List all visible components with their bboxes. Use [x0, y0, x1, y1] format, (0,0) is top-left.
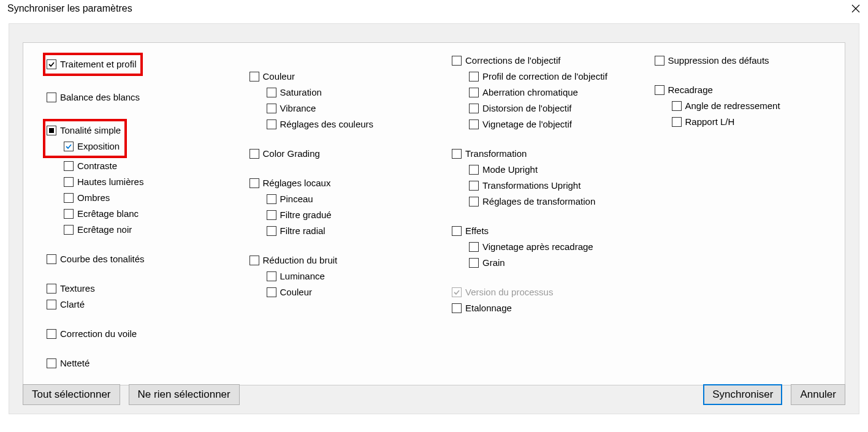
row-saturation: Saturation: [267, 85, 434, 100]
row-nettete: Netteté: [47, 355, 231, 371]
label-textures: Textures: [60, 281, 95, 297]
row-reglages-couleurs: Réglages des couleurs: [267, 116, 434, 132]
checkbox-vibrance[interactable]: [267, 104, 276, 113]
label-voile: Correction du voile: [60, 326, 137, 342]
row-grain: Grain: [469, 255, 636, 271]
row-reglages-transformation: Réglages de transformation: [469, 194, 636, 210]
label-nettete: Netteté: [60, 355, 89, 371]
row-filtre-gradue: Filtre gradué: [267, 207, 434, 223]
label-transformation: Transformation: [465, 146, 527, 162]
checkbox-couleur[interactable]: [249, 72, 259, 81]
checkbox-transformations-upright[interactable]: [469, 181, 479, 191]
label-color-grading: Color Grading: [263, 146, 320, 162]
checkbox-version-processus: [452, 287, 462, 297]
checkbox-recadrage[interactable]: [655, 85, 664, 95]
synchronize-button[interactable]: Synchroniser: [703, 384, 782, 405]
row-vignetage-obj: Vignetage de l'objectif: [469, 116, 636, 132]
row-vignetage-recadrage: Vignetage après recadrage: [469, 239, 636, 255]
checkbox-mode-upright[interactable]: [469, 165, 479, 175]
select-none-button[interactable]: Ne rien sélectionner: [129, 384, 240, 405]
label-filtre-gradue: Filtre gradué: [280, 207, 332, 223]
checkbox-corrections-objectif[interactable]: [452, 56, 462, 66]
checkbox-saturation[interactable]: [267, 88, 276, 97]
row-transformation: Transformation: [452, 146, 636, 162]
row-clarte: Clarté: [47, 297, 231, 313]
checkbox-reduction-bruit[interactable]: [249, 256, 259, 265]
checkbox-couleur2[interactable]: [267, 287, 276, 297]
label-ombres: Ombres: [77, 190, 110, 206]
row-version-processus: Version du processus: [452, 284, 636, 300]
row-courbe: Courbe des tonalités: [47, 251, 231, 267]
label-etalonnage: Etalonnage: [465, 300, 512, 316]
label-courbe: Courbe des tonalités: [60, 251, 145, 267]
label-hautes: Hautes lumières: [77, 174, 143, 190]
checkbox-ecretage-blanc[interactable]: [64, 209, 74, 219]
label-ecretage-blanc: Ecrêtage blanc: [77, 206, 139, 222]
label-traitement: Traitement et profil: [60, 56, 137, 72]
row-ecretage-noir: Ecrêtage noir: [64, 222, 231, 238]
button-bar: Tout sélectionner Ne rien sélectionner S…: [23, 384, 845, 405]
checkbox-vignetage-recadrage[interactable]: [469, 242, 479, 252]
checkbox-tonalite[interactable]: [47, 126, 56, 135]
checkbox-vignetage-obj[interactable]: [469, 119, 479, 129]
checkbox-grain[interactable]: [469, 258, 479, 268]
checkbox-nettete[interactable]: [47, 358, 56, 368]
highlight-tonalite: Tonalité simple Exposition: [43, 119, 127, 158]
column-1: Traitement et profil Balance des blancs …: [23, 53, 237, 385]
checkbox-suppression-defauts[interactable]: [655, 56, 664, 66]
label-clarte: Clarté: [60, 297, 85, 313]
checkbox-transformation[interactable]: [452, 149, 462, 159]
label-grain: Grain: [482, 255, 505, 271]
label-version-processus: Version du processus: [465, 284, 553, 300]
close-icon[interactable]: [850, 2, 862, 15]
row-corrections-objectif: Corrections de l'objectif: [452, 53, 636, 69]
row-transformations-upright: Transformations Upright: [469, 178, 636, 194]
checkbox-hautes[interactable]: [64, 177, 74, 187]
label-ecretage-noir: Ecrêtage noir: [77, 222, 132, 238]
row-profil-correction: Profil de correction de l'objectif: [469, 69, 636, 85]
label-contraste: Contraste: [77, 158, 117, 174]
checkbox-effets[interactable]: [452, 226, 462, 236]
title-bar: Synchroniser les paramètres: [0, 0, 868, 17]
select-all-button[interactable]: Tout sélectionner: [23, 384, 120, 405]
right-buttons: Synchroniser Annuler: [703, 384, 845, 405]
cancel-button[interactable]: Annuler: [791, 384, 845, 405]
checkbox-ombres[interactable]: [64, 193, 74, 203]
checkbox-profil-correction[interactable]: [469, 72, 479, 81]
label-reglages-transformation: Réglages de transformation: [482, 194, 595, 210]
checkbox-filtre-gradue[interactable]: [267, 210, 276, 220]
checkbox-reglages-couleurs[interactable]: [267, 119, 276, 129]
checkbox-voile[interactable]: [47, 329, 56, 339]
row-couleur2: Couleur: [267, 284, 434, 300]
checkbox-angle[interactable]: [672, 101, 682, 111]
checkbox-textures[interactable]: [47, 284, 56, 294]
main-panel: Traitement et profil Balance des blancs …: [9, 23, 859, 414]
label-tonalite: Tonalité simple: [60, 123, 121, 138]
checkbox-aberration[interactable]: [469, 88, 479, 97]
checkbox-distorsion[interactable]: [469, 104, 479, 113]
checkbox-reglages-locaux[interactable]: [249, 178, 259, 188]
label-rapport: Rapport L/H: [685, 114, 735, 130]
label-distorsion: Distorsion de l'objectif: [482, 100, 571, 116]
checkbox-balance[interactable]: [47, 93, 56, 102]
checkbox-courbe[interactable]: [47, 254, 56, 264]
label-vignetage-recadrage: Vignetage après recadrage: [482, 239, 593, 255]
checkbox-rapport[interactable]: [672, 117, 682, 127]
checkbox-color-grading[interactable]: [249, 149, 259, 159]
row-traitement: Traitement et profil: [47, 56, 137, 72]
checkbox-luminance[interactable]: [267, 271, 276, 281]
label-pinceau: Pinceau: [280, 191, 313, 207]
row-recadrage: Recadrage: [655, 82, 839, 98]
checkbox-etalonnage[interactable]: [452, 303, 462, 313]
checkbox-exposition[interactable]: [64, 142, 74, 151]
checkbox-filtre-radial[interactable]: [267, 226, 276, 236]
checkbox-reglages-transformation[interactable]: [469, 197, 479, 207]
window-title: Synchroniser les paramètres: [7, 3, 132, 14]
checkbox-traitement[interactable]: [47, 59, 56, 69]
checkbox-ecretage-noir[interactable]: [64, 225, 74, 235]
checkbox-pinceau[interactable]: [267, 194, 276, 204]
checkbox-contraste[interactable]: [64, 161, 74, 171]
checkbox-clarte[interactable]: [47, 300, 56, 309]
label-aberration: Aberration chromatique: [482, 85, 578, 100]
label-couleur: Couleur: [263, 69, 295, 85]
